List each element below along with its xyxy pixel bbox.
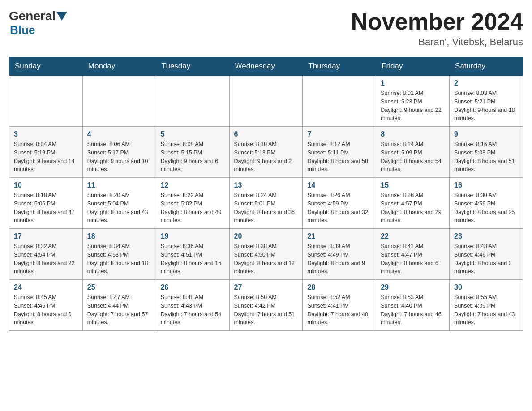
calendar-table: Sunday Monday Tuesday Wednesday Thursday…: [9, 57, 523, 331]
weekday-header-row: Sunday Monday Tuesday Wednesday Thursday…: [9, 57, 523, 76]
calendar-cell: 7Sunrise: 8:12 AMSunset: 5:11 PMDaylight…: [303, 127, 376, 178]
calendar-cell: 12Sunrise: 8:22 AMSunset: 5:02 PMDayligh…: [156, 178, 229, 229]
logo-general-text: General: [9, 9, 56, 23]
day-info: Sunrise: 8:36 AMSunset: 4:51 PMDaylight:…: [161, 242, 225, 276]
day-info: Sunrise: 8:41 AMSunset: 4:47 PMDaylight:…: [381, 242, 445, 276]
day-number: 30: [454, 283, 518, 291]
day-info: Sunrise: 8:16 AMSunset: 5:08 PMDaylight:…: [454, 140, 518, 174]
day-info: Sunrise: 8:55 AMSunset: 4:39 PMDaylight:…: [454, 293, 518, 327]
day-number: 11: [87, 181, 151, 189]
day-info: Sunrise: 8:30 AMSunset: 4:56 PMDaylight:…: [454, 191, 518, 225]
day-info: Sunrise: 8:45 AMSunset: 4:45 PMDaylight:…: [14, 293, 78, 327]
header-thursday: Thursday: [303, 57, 376, 76]
day-number: 6: [234, 130, 298, 138]
day-number: 28: [307, 283, 371, 291]
calendar-cell: [303, 76, 376, 127]
logo-blue-text: Blue: [10, 23, 35, 37]
calendar-cell: 11Sunrise: 8:20 AMSunset: 5:04 PMDayligh…: [82, 178, 156, 229]
day-info: Sunrise: 8:34 AMSunset: 4:53 PMDaylight:…: [87, 242, 151, 276]
day-number: 12: [161, 181, 225, 189]
day-number: 3: [14, 130, 78, 138]
calendar-row-3: 10Sunrise: 8:18 AMSunset: 5:06 PMDayligh…: [9, 178, 523, 229]
calendar-cell: [229, 76, 303, 127]
day-info: Sunrise: 8:18 AMSunset: 5:06 PMDaylight:…: [14, 191, 78, 225]
header-sunday: Sunday: [9, 57, 83, 76]
day-info: Sunrise: 8:48 AMSunset: 4:43 PMDaylight:…: [161, 293, 225, 327]
calendar-cell: 21Sunrise: 8:39 AMSunset: 4:49 PMDayligh…: [303, 229, 376, 280]
day-info: Sunrise: 8:43 AMSunset: 4:46 PMDaylight:…: [454, 242, 518, 276]
calendar-cell: 9Sunrise: 8:16 AMSunset: 5:08 PMDaylight…: [450, 127, 523, 178]
day-info: Sunrise: 8:12 AMSunset: 5:11 PMDaylight:…: [307, 140, 371, 174]
day-number: 16: [454, 181, 518, 189]
day-number: 26: [161, 283, 225, 291]
calendar-cell: 26Sunrise: 8:48 AMSunset: 4:43 PMDayligh…: [156, 280, 229, 331]
calendar-cell: [82, 76, 156, 127]
page-header: General Blue November 2024 Baran', Viteb…: [9, 9, 523, 48]
day-number: 17: [14, 232, 78, 240]
day-info: Sunrise: 8:47 AMSunset: 4:44 PMDaylight:…: [87, 293, 151, 327]
calendar-cell: 20Sunrise: 8:38 AMSunset: 4:50 PMDayligh…: [229, 229, 303, 280]
day-info: Sunrise: 8:06 AMSunset: 5:17 PMDaylight:…: [87, 140, 151, 174]
day-info: Sunrise: 8:10 AMSunset: 5:13 PMDaylight:…: [234, 140, 298, 174]
day-info: Sunrise: 8:03 AMSunset: 5:21 PMDaylight:…: [454, 89, 518, 123]
calendar-cell: 16Sunrise: 8:30 AMSunset: 4:56 PMDayligh…: [450, 178, 523, 229]
calendar-cell: 5Sunrise: 8:08 AMSunset: 5:15 PMDaylight…: [156, 127, 229, 178]
calendar-cell: 14Sunrise: 8:26 AMSunset: 4:59 PMDayligh…: [303, 178, 376, 229]
header-saturday: Saturday: [450, 57, 523, 76]
day-info: Sunrise: 8:22 AMSunset: 5:02 PMDaylight:…: [161, 191, 225, 225]
calendar-cell: 15Sunrise: 8:28 AMSunset: 4:57 PMDayligh…: [376, 178, 450, 229]
calendar-cell: [156, 76, 229, 127]
day-number: 9: [454, 130, 518, 138]
header-tuesday: Tuesday: [156, 57, 229, 76]
title-area: November 2024 Baran', Vitebsk, Belarus: [351, 9, 523, 48]
calendar-cell: [9, 76, 83, 127]
calendar-cell: 17Sunrise: 8:32 AMSunset: 4:54 PMDayligh…: [9, 229, 83, 280]
calendar-cell: 22Sunrise: 8:41 AMSunset: 4:47 PMDayligh…: [376, 229, 450, 280]
calendar-cell: 8Sunrise: 8:14 AMSunset: 5:09 PMDaylight…: [376, 127, 450, 178]
day-number: 15: [381, 181, 445, 189]
day-number: 25: [87, 283, 151, 291]
calendar-cell: 3Sunrise: 8:04 AMSunset: 5:19 PMDaylight…: [9, 127, 83, 178]
day-info: Sunrise: 8:53 AMSunset: 4:40 PMDaylight:…: [381, 293, 445, 327]
calendar-cell: 6Sunrise: 8:10 AMSunset: 5:13 PMDaylight…: [229, 127, 303, 178]
day-info: Sunrise: 8:28 AMSunset: 4:57 PMDaylight:…: [381, 191, 445, 225]
day-info: Sunrise: 8:38 AMSunset: 4:50 PMDaylight:…: [234, 242, 298, 276]
logo-triangle-icon: [56, 12, 67, 21]
calendar-cell: 24Sunrise: 8:45 AMSunset: 4:45 PMDayligh…: [9, 280, 83, 331]
calendar-cell: 13Sunrise: 8:24 AMSunset: 5:01 PMDayligh…: [229, 178, 303, 229]
calendar-cell: 1Sunrise: 8:01 AMSunset: 5:23 PMDaylight…: [376, 76, 450, 127]
day-info: Sunrise: 8:50 AMSunset: 4:42 PMDaylight:…: [234, 293, 298, 327]
calendar-cell: 30Sunrise: 8:55 AMSunset: 4:39 PMDayligh…: [450, 280, 523, 331]
day-info: Sunrise: 8:26 AMSunset: 4:59 PMDaylight:…: [307, 191, 371, 225]
calendar-cell: 19Sunrise: 8:36 AMSunset: 4:51 PMDayligh…: [156, 229, 229, 280]
day-number: 22: [381, 232, 445, 240]
calendar-cell: 10Sunrise: 8:18 AMSunset: 5:06 PMDayligh…: [9, 178, 83, 229]
calendar-row-5: 24Sunrise: 8:45 AMSunset: 4:45 PMDayligh…: [9, 280, 523, 331]
calendar-cell: 27Sunrise: 8:50 AMSunset: 4:42 PMDayligh…: [229, 280, 303, 331]
day-info: Sunrise: 8:52 AMSunset: 4:41 PMDaylight:…: [307, 293, 371, 327]
day-number: 14: [307, 181, 371, 189]
day-number: 4: [87, 130, 151, 138]
calendar-cell: 18Sunrise: 8:34 AMSunset: 4:53 PMDayligh…: [82, 229, 156, 280]
day-number: 5: [161, 130, 225, 138]
calendar-cell: 4Sunrise: 8:06 AMSunset: 5:17 PMDaylight…: [82, 127, 156, 178]
calendar-row-2: 3Sunrise: 8:04 AMSunset: 5:19 PMDaylight…: [9, 127, 523, 178]
day-info: Sunrise: 8:14 AMSunset: 5:09 PMDaylight:…: [381, 140, 445, 174]
day-number: 23: [454, 232, 518, 240]
day-number: 29: [381, 283, 445, 291]
header-wednesday: Wednesday: [229, 57, 303, 76]
day-info: Sunrise: 8:24 AMSunset: 5:01 PMDaylight:…: [234, 191, 298, 225]
day-number: 8: [381, 130, 445, 138]
calendar-cell: 23Sunrise: 8:43 AMSunset: 4:46 PMDayligh…: [450, 229, 523, 280]
calendar-cell: 2Sunrise: 8:03 AMSunset: 5:21 PMDaylight…: [450, 76, 523, 127]
day-number: 7: [307, 130, 371, 138]
day-info: Sunrise: 8:04 AMSunset: 5:19 PMDaylight:…: [14, 140, 78, 174]
day-number: 24: [14, 283, 78, 291]
day-number: 27: [234, 283, 298, 291]
day-number: 19: [161, 232, 225, 240]
calendar-cell: 28Sunrise: 8:52 AMSunset: 4:41 PMDayligh…: [303, 280, 376, 331]
header-friday: Friday: [376, 57, 450, 76]
day-info: Sunrise: 8:01 AMSunset: 5:23 PMDaylight:…: [381, 89, 445, 123]
day-number: 13: [234, 181, 298, 189]
day-info: Sunrise: 8:39 AMSunset: 4:49 PMDaylight:…: [307, 242, 371, 276]
